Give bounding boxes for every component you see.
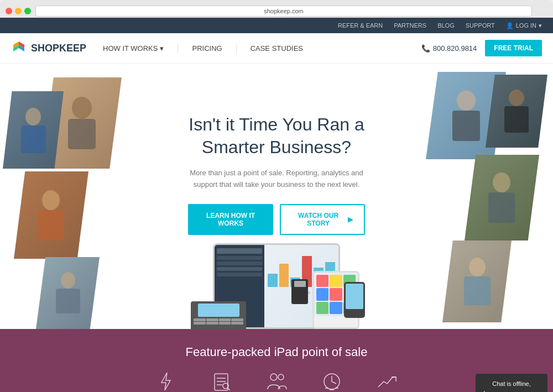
url-text: shopkeep.com [264,8,304,14]
photo-woman-blue [3,91,64,169]
logo[interactable]: SHOPKEEP [11,40,86,56]
login-label: LOG IN [516,22,536,29]
svg-point-6 [25,108,41,126]
svg-point-16 [493,173,510,192]
svg-rect-21 [215,374,228,390]
svg-rect-17 [488,192,515,223]
chat-line2: leave us a message. [483,389,540,393]
svg-rect-7 [21,126,46,153]
chat-line1: Chat is offline, [483,379,540,389]
photo-young-man [36,257,100,329]
svg-point-14 [509,90,524,106]
svg-rect-11 [56,289,80,313]
traffic-light-red[interactable] [6,8,12,14]
nav-partners[interactable]: PARTNERS [394,22,426,29]
play-icon: ▶ [348,216,353,223]
svg-marker-20 [161,373,170,390]
feature-analytics-icon [376,370,398,392]
chat-widget[interactable]: Chat is offline, leave us a message. [476,374,547,392]
svg-point-28 [278,374,284,380]
logo-text: SHOPKEEP [31,43,86,54]
learn-how-button[interactable]: LEARN HOW IT WORKS [188,204,273,235]
feature-strip: Feature-packed iPad point of sale [0,329,553,392]
how-it-works-label: HOW IT WORKS [103,44,158,53]
svg-point-27 [270,374,277,380]
navbar-right: 📞 800.820.9814 FREE TRIAL [421,40,542,56]
svg-line-31 [332,381,336,384]
hero-subtitle: More than just a point of sale. Reportin… [188,168,365,191]
free-trial-button[interactable]: FREE TRIAL [485,40,542,56]
watch-story-button[interactable]: WATCH OUR STORY ▶ [280,204,365,235]
main-navbar: SHOPKEEP HOW IT WORKS ▾ PRICING CASE STU… [0,33,553,64]
feature-icons [155,370,398,392]
svg-point-10 [61,272,75,289]
website: REFER & EARN PARTNERS BLOG SUPPORT 👤 LOG… [0,18,553,392]
photo-woman-laughing [14,171,88,259]
svg-rect-15 [504,106,529,133]
svg-point-18 [469,258,486,276]
svg-point-12 [457,91,476,111]
nav-support[interactable]: SUPPORT [466,22,495,29]
photo-man-glasses [465,155,539,241]
pos-terminal [191,301,246,329]
feature-inventory-icon [210,370,232,392]
phone-icon: 📞 [421,44,430,53]
watch-story-label: WATCH OUR STORY [292,212,345,227]
hero-title: Isn't it Time You Ran a Smarter Business… [188,113,365,159]
svg-rect-19 [464,276,491,305]
traffic-light-green[interactable] [24,8,31,14]
address-bar[interactable]: shopkeep.com [35,6,532,17]
login-button[interactable]: 👤 LOG IN ▾ [506,22,542,29]
svg-rect-9 [38,210,64,241]
traffic-lights [6,8,31,14]
svg-rect-13 [452,111,480,141]
svg-point-8 [42,190,60,210]
hero-center: Isn't it Time You Ran a Smarter Business… [188,113,365,236]
photos-right [387,64,553,329]
traffic-light-yellow[interactable] [15,8,22,14]
how-it-works-chevron-icon: ▾ [160,44,164,53]
nav-blog[interactable]: BLOG [437,22,455,29]
photo-woman-longhair [442,241,512,322]
feature-strip-title: Feature-packed iPad point of sale [186,345,368,359]
feature-reports-icon [321,370,343,392]
nav-case-studies[interactable]: CASE STUDIES [236,44,303,53]
card-reader [291,279,308,304]
utility-bar: REFER & EARN PARTNERS BLOG SUPPORT 👤 LOG… [0,18,553,33]
photo-man-dark [486,75,547,148]
nav-links: HOW IT WORKS ▾ PRICING CASE STUDIES [103,44,303,53]
navbar-left: SHOPKEEP HOW IT WORKS ▾ PRICING CASE STU… [11,40,303,56]
phone-number: 📞 800.820.9814 [421,44,477,53]
shopkeep-logo-icon [11,40,27,56]
feature-employees-icon [265,370,288,392]
nav-how-it-works[interactable]: HOW IT WORKS ▾ [103,44,164,53]
browser-chrome: shopkeep.com [0,0,553,18]
photos-left [0,64,166,329]
user-icon: 👤 [506,22,514,29]
nav-pricing[interactable]: PRICING [178,44,222,53]
svg-rect-5 [68,119,96,149]
login-chevron-icon: ▾ [539,22,542,29]
phone-device [344,282,365,318]
nav-refer-earn[interactable]: REFER & EARN [338,22,383,29]
svg-point-4 [72,97,92,119]
phone-text: 800.820.9814 [433,44,477,53]
feature-lightning-icon [155,370,177,392]
hero-buttons: LEARN HOW IT WORKS WATCH OUR STORY ▶ [188,204,365,235]
hero-section: Isn't it Time You Ran a Smarter Business… [0,64,553,329]
